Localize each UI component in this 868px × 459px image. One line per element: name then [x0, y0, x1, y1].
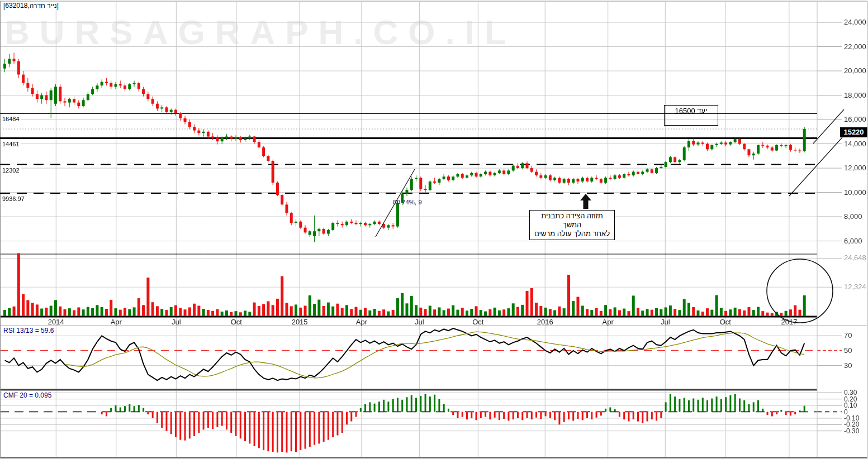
price-level-label: 14461	[1, 141, 21, 147]
ticker-label: [632018,נייר חדרה]	[2, 2, 60, 9]
pattern-annotation-box: תזוזה הצידה כתבנית המשך לאחר מהלך עולה מ…	[529, 210, 615, 240]
pattern-annotation-line: תזוזה הצידה כתבנית המשך	[533, 212, 611, 230]
rsi-indicator-label: RSI 13/13 = 59.6	[2, 327, 55, 334]
retracement-label: 80.74%, 9	[393, 199, 422, 205]
chart-root: BURSAGRAPH.CO.IL [632018,נייר חדרה] 1648…	[0, 0, 868, 459]
chart-canvas[interactable]	[0, 0, 868, 459]
price-level-label: 9936.97	[1, 195, 26, 202]
price-level-label: 12302	[1, 167, 21, 174]
cmf-indicator-label: CMF 20 = 0.095	[2, 391, 53, 399]
last-price-tag: 15220	[840, 127, 867, 137]
price-level-label: 16484	[1, 116, 21, 122]
pattern-annotation-line: לאחר מהלך עולה מרשים	[533, 230, 611, 238]
target-annotation-box: יעד 16500	[664, 105, 718, 126]
